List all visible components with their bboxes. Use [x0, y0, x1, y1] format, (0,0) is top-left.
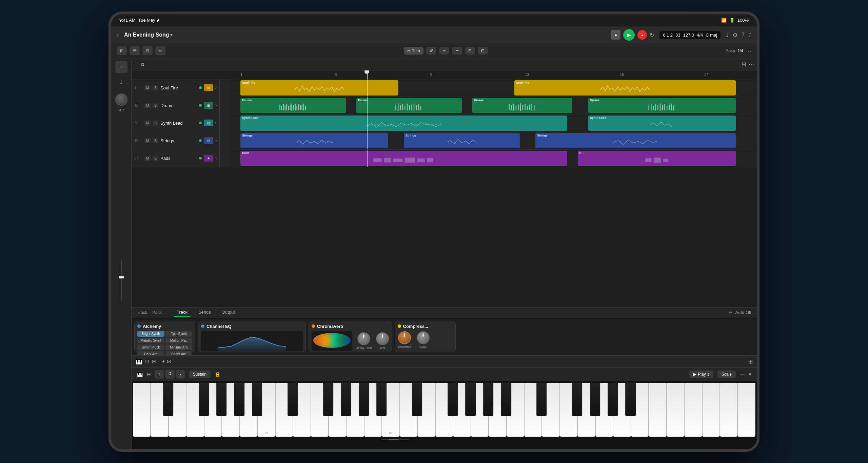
key-db2[interactable] [163, 383, 173, 416]
key-g6[interactable] [702, 383, 720, 437]
help-icon[interactable]: ? [742, 32, 745, 38]
plugin-channel-eq[interactable]: Channel EQ [198, 321, 306, 352]
clip-drums-4[interactable]: Drums [588, 98, 736, 113]
back-button[interactable]: ‹ [117, 31, 119, 39]
key-bb2[interactable] [252, 383, 262, 416]
key-fs5[interactable] [590, 383, 600, 416]
solo-button-35[interactable]: S [153, 121, 158, 126]
split-tool-button[interactable]: ⊢ [452, 47, 462, 55]
track-icon-1[interactable]: ⊞ [204, 84, 213, 91]
grid-view-icon[interactable]: ⊞ [748, 358, 753, 365]
track-icon-36[interactable]: ⊟ [204, 137, 213, 144]
solo-button-1[interactable]: S [153, 85, 158, 90]
compressor-power-dot[interactable] [398, 324, 401, 328]
trim-tool-button[interactable]: ✂ Trim [404, 47, 423, 55]
key-db3[interactable] [288, 383, 298, 416]
mute-button-18[interactable]: M [144, 103, 151, 108]
clip-row-soul-fire[interactable]: Soul Fire Soul Fire [230, 79, 757, 97]
light-icon[interactable]: ✦ [161, 359, 165, 364]
list-view-button[interactable]: ☰ [130, 46, 140, 55]
clip-synth-lead-1[interactable]: Synth Lead [240, 115, 567, 131]
settings-icon[interactable]: ⚙ [733, 32, 737, 38]
octave-up-button[interactable]: › [176, 370, 185, 379]
attack-knob[interactable] [417, 331, 430, 344]
mute-button-37[interactable]: M [144, 156, 151, 161]
keyboard-split-icon[interactable]: ⊟ [147, 372, 151, 377]
play-button[interactable]: ▶ [623, 29, 635, 41]
master-volume-knob[interactable] [115, 93, 127, 106]
clip-pads-1[interactable]: Pads [240, 151, 567, 166]
key-db4[interactable] [412, 383, 422, 416]
preset-synth-pluck[interactable]: Synth Pluck [137, 344, 164, 350]
preset-bright-synth[interactable]: Bright Synth [137, 331, 164, 337]
alchemy-power-dot[interactable] [137, 324, 141, 328]
tracks-view-button[interactable]: ⊟ [142, 46, 153, 55]
duplicate-track-icon[interactable]: ⧉ [141, 61, 144, 67]
key-eb4[interactable] [448, 383, 458, 416]
solo-button-18[interactable]: S [153, 103, 158, 108]
key-d5[interactable] [524, 383, 542, 437]
plugin-chromaverb[interactable]: ChromaVerb [309, 321, 392, 352]
inspector-tab-output[interactable]: Output [219, 308, 238, 317]
key-f4[interactable] [435, 383, 453, 437]
pencil-view-button[interactable]: ✏ [155, 46, 165, 55]
key-b6[interactable] [737, 383, 755, 437]
key-eb5[interactable] [572, 383, 582, 416]
clip-row-strings[interactable]: Strings Strings [230, 132, 757, 150]
plugin-alchemy[interactable]: Alchemy Bright Synth Epic Synth Metallic… [134, 321, 195, 352]
sidebar-metronome-icon[interactable]: ♩ [115, 76, 127, 88]
volume-fader[interactable] [121, 260, 122, 301]
keyboard-layout-icon[interactable]: ⊞ [152, 359, 156, 364]
key-fs3[interactable] [341, 383, 351, 416]
mute-button-36[interactable]: M [144, 138, 151, 143]
clip-soul-fire-2[interactable]: Soul Fire [514, 80, 736, 96]
wet-knob[interactable] [376, 332, 389, 345]
key-c2[interactable] [133, 383, 151, 437]
preset-minimal-arp[interactable]: Minimal Arp [165, 344, 193, 350]
clip-drums-2[interactable]: Drums [356, 98, 462, 113]
clip-strings-2[interactable]: Strings [404, 133, 520, 148]
clip-drums-3[interactable]: Drums [472, 98, 572, 113]
key-f6[interactable] [684, 383, 702, 437]
piano-area[interactable]: .wk { flex:1; background: linear-gradien… [132, 381, 757, 449]
clip-row-drums[interactable]: Drums [230, 97, 757, 114]
key-fs4[interactable] [465, 383, 475, 416]
key-ab2[interactable] [234, 383, 244, 416]
share-icon[interactable]: ⤴ [749, 32, 751, 38]
reverb-power-dot[interactable] [312, 324, 315, 328]
cut-tool-button[interactable]: ✂ [439, 47, 449, 55]
clip-row-pads[interactable]: Pads P [230, 150, 757, 167]
preset-metallic-swell[interactable]: Metallic Swell [137, 338, 164, 343]
eq-display[interactable] [201, 331, 303, 351]
key-eb3[interactable] [323, 383, 333, 416]
mute-button-1[interactable]: M [144, 85, 151, 90]
inspector-tab-sends[interactable]: Sends [196, 308, 214, 317]
key-bb3[interactable] [376, 383, 387, 416]
preset-bright-arp[interactable]: Bright Arp [165, 351, 193, 355]
track-expand-37[interactable]: › [215, 156, 217, 161]
key-f5[interactable] [560, 383, 577, 437]
clip-synth-lead-2[interactable]: Synth Lead [588, 115, 736, 131]
keyboard-icon[interactable]: 🎹 [136, 358, 142, 365]
key-eb2[interactable] [199, 383, 209, 416]
solo-button-36[interactable]: S [153, 138, 158, 143]
kb-lines-icon[interactable]: ≡ [749, 372, 751, 377]
paste-tool-button[interactable]: ⊟ [478, 47, 488, 55]
key-d3[interactable] [275, 383, 293, 437]
key-fs2[interactable] [216, 383, 226, 416]
song-title-container[interactable]: An Evening Song ▾ [124, 32, 172, 38]
keyboard-resize-icon[interactable]: ⊡ [145, 359, 149, 364]
key-ab4[interactable] [483, 383, 493, 416]
key-ab3[interactable] [359, 383, 369, 416]
fader-thumb[interactable] [119, 276, 124, 278]
key-ab5[interactable] [608, 383, 618, 416]
eq-power-dot[interactable] [201, 324, 204, 328]
preset-dark-arp[interactable]: Dark Arp [137, 351, 164, 355]
track-expand-36[interactable]: › [215, 138, 217, 143]
inspector-edit-icon[interactable]: ✏ [729, 310, 733, 315]
preset-motion-pad[interactable]: Motion Pad [165, 338, 193, 343]
track-expand-35[interactable]: › [215, 121, 217, 125]
track-expand-icon[interactable]: ⊟ [742, 61, 746, 67]
copy-tool-button[interactable]: ⊞ [465, 47, 475, 55]
more-options-icon[interactable]: ⋯ [746, 48, 751, 54]
